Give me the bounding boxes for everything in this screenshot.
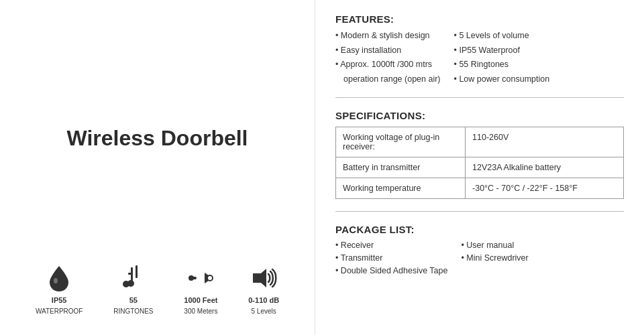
feature-4: 5 Levels of volume xyxy=(454,30,550,42)
ringtones-label-main: 55 xyxy=(129,296,138,304)
speaker-icon xyxy=(249,263,278,293)
icons-row: IP55 WATERPROOF 55 RINGTONES xyxy=(20,263,294,322)
package-section: PACKAGE LIST: Receiver Transmitter Doubl… xyxy=(335,224,624,275)
features-section: FEATURES: Modern & stylish design Easy i… xyxy=(335,13,624,85)
features-col-2: 5 Levels of volume IP55 Waterproof 55 Ri… xyxy=(454,30,550,85)
package-title: PACKAGE LIST: xyxy=(335,224,624,235)
svg-point-10 xyxy=(207,275,213,281)
range-label-sub: 300 Meters xyxy=(184,308,217,315)
package-item-2: Transmitter xyxy=(335,253,447,263)
product-title-area: Wireless Doorbell xyxy=(20,13,294,263)
package-item-5: Mini Screwdriver xyxy=(461,253,528,263)
feature-3: Approx. 1000ft /300 mtrs xyxy=(335,59,441,71)
volume-label-sub: 5 Levels xyxy=(252,308,276,315)
package-item-3: Double Sided Adhesive Tape xyxy=(335,266,447,275)
svg-point-4 xyxy=(127,280,134,287)
features-col-1: Modern & stylish design Easy installatio… xyxy=(335,30,441,85)
spec-row-3: Working temperature -30°C - 70°C / -22°F… xyxy=(336,178,624,199)
svg-rect-2 xyxy=(136,265,138,278)
spec-value-2: 12V23A Alkaline battery xyxy=(466,157,624,178)
water-drop-icon xyxy=(44,263,74,293)
feature-7: Low power consumption xyxy=(454,74,550,86)
package-columns: Receiver Transmitter Double Sided Adhesi… xyxy=(335,241,624,275)
spec-row-1: Working voltage of plug-in receiver: 110… xyxy=(336,127,624,157)
features-title: FEATURES: xyxy=(335,13,624,25)
icon-item-waterproof: IP55 WATERPROOF xyxy=(36,263,83,315)
feature-3-cont: operation range (open air) xyxy=(335,74,441,86)
divider-2 xyxy=(335,211,624,212)
spec-value-3: -30°C - 70°C / -22°F - 158°F xyxy=(466,178,624,199)
feature-2: Easy installation xyxy=(335,45,441,57)
icon-item-volume: 0-110 dB 5 Levels xyxy=(248,263,279,315)
feature-1: Modern & stylish design xyxy=(335,30,441,42)
svg-rect-5 xyxy=(128,273,133,275)
spec-label-2: Battery in transmitter xyxy=(336,157,466,178)
volume-label-main: 0-110 dB xyxy=(248,296,279,304)
waterproof-label-main: IP55 xyxy=(52,296,67,304)
package-col-1: Receiver Transmitter Double Sided Adhesi… xyxy=(335,241,447,275)
specs-table: Working voltage of plug-in receiver: 110… xyxy=(335,127,624,199)
spec-value-1: 110-260V xyxy=(466,127,624,157)
right-panel: FEATURES: Modern & stylish design Easy i… xyxy=(315,0,644,335)
icon-item-range: 1000 Feet 300 Meters xyxy=(184,263,217,315)
specs-title: SPECIFICATIONS: xyxy=(335,110,624,121)
svg-point-0 xyxy=(54,278,58,283)
product-title: Wireless Doorbell xyxy=(66,126,248,151)
left-panel: Wireless Doorbell IP55 WATERPROOF 55 RIN… xyxy=(0,0,315,335)
arrow-range-icon xyxy=(186,263,215,293)
package-item-1: Receiver xyxy=(335,241,447,250)
spec-row-2: Battery in transmitter 12V23A Alkaline b… xyxy=(336,157,624,178)
features-columns: Modern & stylish design Easy installatio… xyxy=(335,30,624,85)
svg-marker-11 xyxy=(253,269,266,287)
spec-label-1: Working voltage of plug-in receiver: xyxy=(336,127,466,157)
music-icon xyxy=(119,263,148,293)
range-label-main: 1000 Feet xyxy=(184,296,217,304)
waterproof-label-sub: WATERPROOF xyxy=(36,308,83,315)
feature-5: IP55 Waterproof xyxy=(454,45,550,57)
package-col-2: User manual Mini Screwdriver xyxy=(461,241,528,275)
spec-label-3: Working temperature xyxy=(336,178,466,199)
ringtones-label-sub: RINGTONES xyxy=(113,308,153,315)
specs-section: SPECIFICATIONS: Working voltage of plug-… xyxy=(335,110,624,199)
icon-item-ringtones: 55 RINGTONES xyxy=(113,263,153,315)
package-item-4: User manual xyxy=(461,241,528,250)
divider-1 xyxy=(335,97,624,98)
feature-6: 55 Ringtones xyxy=(454,59,550,71)
svg-point-9 xyxy=(189,275,194,281)
